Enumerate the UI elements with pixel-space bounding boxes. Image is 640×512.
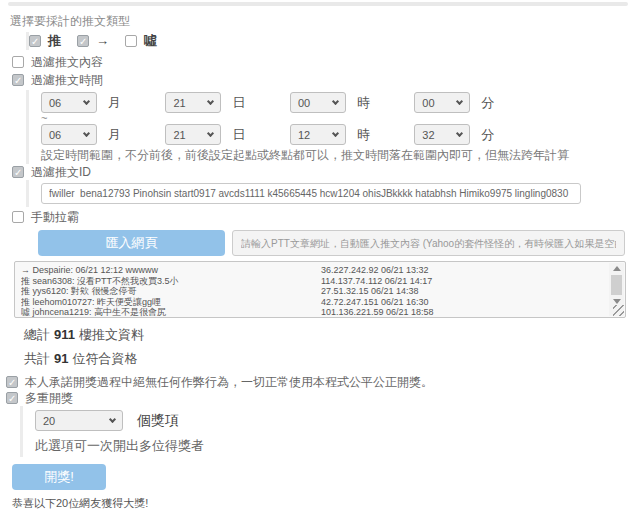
total-comments-count: 911 — [54, 327, 75, 342]
from-minute-select[interactable]: 00 — [414, 92, 470, 113]
comment-text: → Despairie: 06/21 12:12 wwwww — [21, 265, 321, 276]
qualified-stat: 共計91位符合資格 — [24, 351, 640, 366]
comment-line: → Despairie: 06/21 12:12 wwwww 36.227.24… — [21, 265, 603, 276]
from-hour-value: 00 — [298, 97, 310, 109]
push-checkbox[interactable] — [29, 35, 41, 47]
filter-content-checkbox[interactable] — [12, 56, 24, 68]
to-day-value: 21 — [173, 129, 185, 141]
filter-time-row: 過濾推文時間 — [12, 74, 640, 86]
ptt-url-input[interactable] — [232, 230, 625, 256]
push-type-section-title: 選擇要採計的推文類型 — [10, 14, 640, 28]
from-month-value: 06 — [49, 97, 61, 109]
import-row: 匯入網頁 — [38, 230, 625, 256]
comments-content: → Despairie: 06/21 12:12 wwwww 36.227.24… — [15, 262, 625, 321]
time-range-block: 06 月 21 日 00 時 00 分 ~ — [26, 90, 640, 164]
id-filter-block — [26, 180, 640, 207]
month-unit-label: 月 — [108, 94, 121, 112]
prize-count-select[interactable]: 20 — [35, 410, 123, 431]
filter-id-checkbox[interactable] — [12, 166, 24, 178]
day-unit-label: 日 — [232, 126, 245, 144]
from-minute-value: 00 — [422, 97, 434, 109]
chevron-down-icon — [207, 129, 214, 136]
boo-checkbox[interactable] — [125, 35, 137, 47]
manual-slot-label: 手動拉霸 — [31, 211, 79, 223]
push-type-group: 推 → 噓 — [26, 32, 640, 50]
to-month-select[interactable]: 06 — [41, 124, 97, 145]
comment-text: 推 leehom010727: 昨天便受讓gg哩 — [21, 297, 321, 308]
comments-textarea[interactable]: → Despairie: 06/21 12:12 wwwww 36.227.24… — [14, 261, 626, 318]
day-unit-label: 日 — [232, 94, 245, 112]
manual-slot-row: 手動拉霸 — [12, 211, 640, 223]
comment-line: 推 yys6120: 對欸 很慢念停哥 27.51.32.15 06/21 14… — [21, 286, 603, 297]
comment-text: 推 sean6308: 沒看PTT不然我改買3.5小 — [21, 276, 321, 287]
push-checkbox-label: 推 — [48, 35, 61, 47]
multi-draw-row: 多重開獎 — [6, 392, 640, 404]
winners-heading: 恭喜以下20位網友獲得大獎! — [12, 497, 640, 510]
id-filter-input[interactable] — [41, 183, 581, 204]
resize-grip-icon[interactable] — [613, 305, 624, 316]
filter-time-checkbox[interactable] — [12, 74, 24, 86]
to-hour-value: 12 — [298, 129, 310, 141]
filter-time-label: 過濾推文時間 — [31, 74, 103, 86]
from-day-value: 21 — [173, 97, 185, 109]
time-to-row: 06 月 21 日 12 時 32 分 — [41, 124, 640, 145]
multi-draw-label: 多重開獎 — [25, 392, 73, 404]
time-range-note: 設定時間範圍，不分前後，前後設定起點或終點都可以，推文時間落在範圍內即可，但無法… — [41, 148, 640, 162]
to-hour-select[interactable]: 12 — [290, 124, 346, 145]
top-divider — [8, 2, 628, 6]
import-page-button[interactable]: 匯入網頁 — [38, 230, 225, 256]
promise-row: 本人承諾開獎過程中絕無任何作弊行為，一切正常使用本程式公平公正開獎。 — [6, 376, 640, 388]
promise-label: 本人承諾開獎過程中絕無任何作弊行為，一切正常使用本程式公平公正開獎。 — [25, 376, 433, 388]
chevron-down-icon — [456, 97, 463, 104]
chevron-down-icon — [207, 97, 214, 104]
prize-unit-label: 個獎項 — [137, 412, 179, 430]
comment-text: 推 yys6120: 對欸 很慢念停哥 — [21, 286, 321, 297]
comment-meta: 114.137.74.112 06/21 14:17 — [321, 276, 432, 287]
manual-slot-checkbox[interactable] — [12, 211, 24, 223]
minute-unit-label: 分 — [481, 126, 494, 144]
total-comments-stat: 總計911樓推文資料 — [24, 327, 640, 342]
comment-line: 推 sean6308: 沒看PTT不然我改買3.5小 114.137.74.11… — [21, 276, 603, 287]
filter-id-label: 過濾推文ID — [31, 166, 91, 178]
from-day-select[interactable]: 21 — [165, 92, 221, 113]
time-from-row: 06 月 21 日 00 時 00 分 — [41, 92, 640, 113]
chevron-down-icon — [456, 129, 463, 136]
filter-id-row: 過濾推文ID — [12, 166, 640, 178]
comment-meta: 27.51.32.15 06/21 14:38 — [321, 286, 419, 297]
chevron-down-icon — [332, 129, 339, 136]
boo-checkbox-label: 噓 — [144, 35, 157, 47]
comment-text: 噓 johncena1219: 高中生不是很會尻 — [21, 307, 321, 318]
qualified-count: 91 — [54, 351, 68, 366]
stat-suffix: 樓推文資料 — [79, 327, 144, 342]
month-unit-label: 月 — [108, 126, 121, 144]
promise-checkbox[interactable] — [6, 376, 18, 388]
scroll-down-icon[interactable] — [613, 299, 621, 304]
arrow-checkbox[interactable] — [77, 35, 89, 47]
from-hour-select[interactable]: 00 — [290, 92, 346, 113]
comment-line: 推 leehom010727: 昨天便受讓gg哩 42.72.247.151 0… — [21, 297, 603, 308]
chevron-down-icon — [332, 97, 339, 104]
to-minute-value: 32 — [422, 129, 434, 141]
arrow-checkbox-label: → — [96, 35, 109, 47]
prize-count-block: 20 個獎項 此選項可一次開出多位得獎者 — [20, 406, 640, 457]
scrollbar-thumb[interactable] — [611, 275, 622, 295]
filter-content-label: 過濾推文內容 — [31, 56, 103, 68]
stat-prefix: 總計 — [24, 327, 50, 342]
chevron-down-icon — [83, 129, 90, 136]
scroll-up-icon[interactable] — [613, 266, 621, 271]
draw-button[interactable]: 開獎! — [12, 464, 106, 490]
hour-unit-label: 時 — [357, 126, 370, 144]
comment-meta: 42.72.247.151 06/21 16:30 — [321, 297, 429, 308]
to-minute-select[interactable]: 32 — [414, 124, 470, 145]
multi-draw-note: 此選項可一次開出多位得獎者 — [35, 437, 640, 455]
range-separator: ~ — [41, 114, 640, 123]
stat-prefix: 共計 — [24, 351, 50, 366]
comment-meta: 36.227.242.92 06/21 13:32 — [321, 265, 429, 276]
to-month-value: 06 — [49, 129, 61, 141]
from-month-select[interactable]: 06 — [41, 92, 97, 113]
stat-suffix: 位符合資格 — [72, 351, 137, 366]
hour-unit-label: 時 — [357, 94, 370, 112]
multi-draw-checkbox[interactable] — [6, 392, 18, 404]
minute-unit-label: 分 — [481, 94, 494, 112]
to-day-select[interactable]: 21 — [165, 124, 221, 145]
